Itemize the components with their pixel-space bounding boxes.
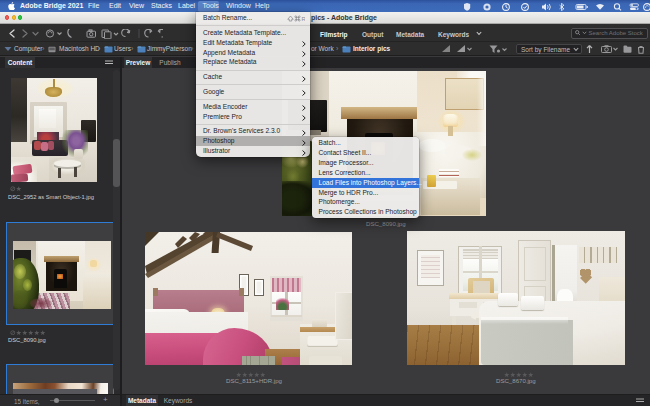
svg-text:R: R <box>302 16 306 22</box>
